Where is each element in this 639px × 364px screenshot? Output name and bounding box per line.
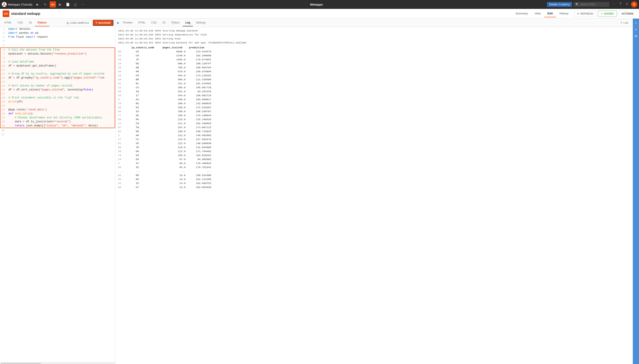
log-table-row: ... ... ... ... <box>118 169 630 173</box>
log-tabs: ▶ Preview HTML CSS JS Python Log Setting… <box>115 18 633 27</box>
code-line-4: 4 <box>0 39 115 43</box>
log-table-row: 28 FR 634.0 173.119101 <box>118 74 630 78</box>
code-line-7: 7 mydataset = dataiku.Dataset("revenue_p… <box>1 52 115 56</box>
grid-icon[interactable]: ◦ <box>611 1 616 7</box>
code-line-1: 1 import dataiku <box>0 27 115 31</box>
code-line-10: 10 df = mydataset.get_dataframe() <box>1 64 115 68</box>
code-samples-button[interactable]: {} CODE SAMPLES <box>64 20 91 26</box>
tab-settings[interactable]: Settings <box>193 19 208 26</box>
tab-python-right[interactable]: Python <box>169 19 182 26</box>
code-line-15: 15 # Sort values by number of pages visi… <box>1 84 115 88</box>
log-table-row: 20 DK 112.0 171.764482 <box>118 150 630 154</box>
topbar-monitor-icon[interactable]: ◫ <box>72 1 79 8</box>
tab-log[interactable]: Log <box>183 19 193 26</box>
topbar-play-icon[interactable]: ▶ <box>57 1 64 8</box>
refresh-button[interactable]: ↻ REFRESH <box>574 11 596 17</box>
log-table-row: 77 SE 236.0 175.109044 <box>118 114 630 118</box>
log-table-row: 85 TR 119.0 131.854606 <box>118 146 630 150</box>
help-icon[interactable]: ? <box>618 1 623 7</box>
log-table-row: 13 CH 211.0 182.439854 <box>118 122 630 126</box>
code-line-21: 21 @app.route('/send_data') <box>1 108 115 112</box>
sync-icon: ↻ <box>95 21 97 24</box>
subheader-logo-icon: </> <box>3 10 9 17</box>
log-table-row: 91 VE 122.0 148.660030 <box>118 142 630 146</box>
check-icon: ✓ <box>601 12 603 15</box>
log-table-row: 42 IT 343.0 166.882719 <box>118 94 630 98</box>
log-table-row: 36 IE 92.0 179.791541 <box>118 165 630 169</box>
code-line-19: 19 print(df) <box>1 100 115 104</box>
backend-button[interactable]: ↻ BACKEND <box>93 20 113 26</box>
topbar-webapp-name: Webapps <box>310 3 323 6</box>
code-line-24: 24 data = df.to_json(orient="records") <box>1 120 115 124</box>
topbar-doc-icon[interactable]: 📄 <box>65 1 71 8</box>
search-placeholder: Search DSS... <box>580 3 597 6</box>
code-editor[interactable]: 1 import dataiku 2 import pandas as pd 3… <box>0 27 115 362</box>
nav-history[interactable]: History <box>556 10 571 17</box>
log-table-row: 29 GB 796.0 180.894784 <box>118 66 630 70</box>
log-table-row: 41 IS 14.0 152.658752 <box>118 181 630 185</box>
nav-summary[interactable]: Summary <box>513 10 531 17</box>
topbar-refresh-icon[interactable]: ↻ <box>42 1 48 8</box>
log-table-row: 2 AR 131.0 140.992883 <box>118 134 630 138</box>
tab-js[interactable]: JS <box>26 19 34 26</box>
svg-point-3 <box>5 5 6 6</box>
log-table-row: 75 RU 280.0 132.989833 <box>118 102 630 106</box>
tab-css[interactable]: CSS <box>15 19 26 26</box>
editor-bottom-space <box>0 136 115 143</box>
nav-edit[interactable]: Edit <box>544 10 556 17</box>
tab-python[interactable]: Python <box>35 19 49 26</box>
tab-css-right[interactable]: CSS <box>148 19 159 26</box>
saved-button[interactable]: ✓ SAVED! <box>598 11 617 17</box>
log-table-row: 15 CN 2248.0 102.200099 <box>118 54 630 58</box>
activity-icon[interactable]: ⎋ <box>624 1 630 7</box>
log-button[interactable]: ↻ LOG <box>618 20 631 26</box>
topbar-arrow-icon[interactable]: ▶ <box>35 1 41 8</box>
tab-html[interactable]: HTML <box>136 19 148 26</box>
log-table-row: 44 JP 1493.0 179.574651 <box>118 58 630 62</box>
log-preview-icon: ▶ <box>117 21 119 24</box>
info-icon[interactable]: i <box>633 27 638 32</box>
code-line-23: 23 # Pandas dataframes are not directly … <box>1 116 115 120</box>
log-table-row: 55 MD 15.0 169.931688 <box>118 173 630 177</box>
code-line-22: 22 def send_data(): <box>1 112 115 116</box>
log-table-row: 4 AU 340.0 183.058017 <box>118 98 630 102</box>
log-table-row: 62 NO 150.0 199.715832 <box>118 130 630 134</box>
braces-icon: {} <box>67 22 69 24</box>
plus-icon[interactable]: + <box>633 20 638 25</box>
subheader-nav: Summary View Edit History <box>513 10 572 17</box>
code-line-25: 25 return json.dumps({"status": "ok", "d… <box>1 124 115 128</box>
svg-point-1 <box>4 3 5 4</box>
tab-preview[interactable]: Preview <box>120 19 135 26</box>
horizontal-scrollbar[interactable] <box>0 362 115 364</box>
log-line-2: 2021-04-06 11:06:04,930 INFO Serving dep… <box>118 33 630 37</box>
svg-point-2 <box>3 5 4 6</box>
code-line-5: 5 <box>0 43 115 47</box>
topbar-code-icon[interactable]: </> <box>50 1 56 8</box>
tab-js-right[interactable]: JS <box>160 19 168 26</box>
refresh-icon: ↻ <box>577 12 579 15</box>
user-avatar[interactable]: D <box>631 1 637 8</box>
log-table-row: 27 FI 124.0 157.583479 <box>118 138 630 142</box>
right-sidebar: + i ✉ <box>633 18 639 364</box>
main: HTML CSS JS Python {} CODE SAMPLES ↻ BAC… <box>0 18 639 364</box>
actions-button[interactable]: ACTIONS <box>618 11 636 17</box>
code-line-14: 14 <box>1 80 115 84</box>
log-content[interactable]: 2021-04-06 11:06:04,929 INFO Starting We… <box>115 27 633 364</box>
nav-view[interactable]: View <box>531 10 544 17</box>
code-line-9: 9 # Load dataframe <box>1 60 115 64</box>
code-line-11: 11 <box>1 68 115 72</box>
topbar-search[interactable]: 🔍 Search DSS... <box>574 2 609 7</box>
code-line-17: 17 <box>1 92 115 96</box>
code-tabs: HTML CSS JS Python {} CODE SAMPLES ↻ BAC… <box>0 18 115 27</box>
log-table-row: 12 CA 395.0 195.967728 <box>118 86 630 90</box>
topbar-academy-btn[interactable]: Dataiku Academy <box>547 2 572 7</box>
highlight-block: 6 # Call the dataset from the Flow 7 myd… <box>0 48 115 128</box>
topbar-more-icon[interactable]: ⋯ <box>80 1 86 8</box>
log-table-row: 58 MX 215.0 125.199326 <box>118 118 630 122</box>
message-icon[interactable]: ✉ <box>633 34 638 38</box>
log-table-row: 3 AT 95.0 170.409934 <box>118 162 630 165</box>
tab-html[interactable]: HTML <box>2 19 15 26</box>
log-table-header: ip_country_code pages_visited prediction <box>118 46 630 50</box>
log-line-3: 2021-04-06 11:06:04,931 INFO Serving htm… <box>118 37 630 41</box>
code-line-27: 27 <box>0 132 115 136</box>
